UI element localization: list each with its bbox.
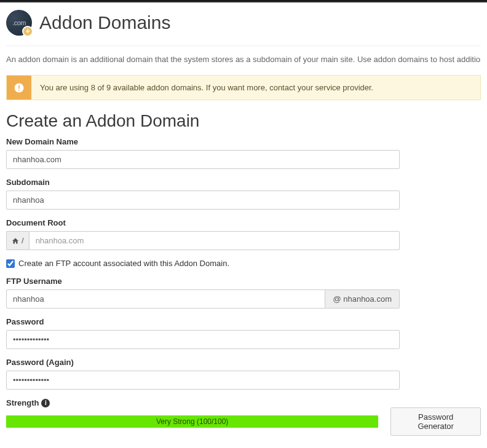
password-input[interactable]: [6, 330, 400, 349]
addon-domains-icon: .com +: [6, 10, 32, 36]
password-generator-button[interactable]: Password Generator: [390, 407, 481, 436]
svg-rect-1: [18, 85, 20, 88]
form-group-document-root: Document Root /: [6, 218, 481, 250]
form-group-password: Password: [6, 317, 481, 349]
form-group-new-domain: New Domain Name: [6, 137, 481, 169]
alert-text: You are using 8 of 9 available addon dom…: [31, 76, 382, 100]
form-group-subdomain: Subdomain: [6, 178, 481, 210]
subdomain-input[interactable]: [6, 191, 400, 210]
password-strength-meter: Very Strong (100/100): [6, 415, 378, 428]
ftp-username-input[interactable]: [6, 289, 325, 308]
label-password: Password: [6, 317, 481, 326]
strength-label-text: Strength: [6, 398, 39, 407]
new-domain-input[interactable]: [6, 150, 400, 169]
section-title: Create an Addon Domain: [6, 111, 481, 131]
info-icon[interactable]: i: [41, 399, 50, 407]
svg-rect-2: [18, 90, 20, 91]
plus-badge-icon: +: [22, 26, 33, 37]
password-again-input[interactable]: [6, 371, 400, 390]
page-header: .com + Addon Domains: [6, 2, 481, 46]
document-root-slash: /: [22, 236, 24, 245]
label-subdomain: Subdomain: [6, 178, 481, 187]
label-password-again: Password (Again): [6, 358, 481, 367]
form-group-password-again: Password (Again): [6, 358, 481, 390]
document-root-prefix: /: [6, 231, 29, 250]
ftp-checkbox-label: Create an FTP account associated with th…: [18, 259, 229, 268]
icon-label: .com: [12, 19, 26, 26]
form-group-strength: Strength i Very Strong (100/100) Passwor…: [6, 398, 481, 436]
document-root-input[interactable]: [29, 231, 400, 250]
home-icon: [12, 237, 19, 245]
ftp-username-suffix: @ nhanhoa.com: [325, 289, 400, 308]
label-document-root: Document Root: [6, 218, 481, 227]
ftp-checkbox-row[interactable]: Create an FTP account associated with th…: [6, 259, 481, 268]
label-ftp-user: FTP Username: [6, 277, 481, 286]
label-strength: Strength i: [6, 398, 481, 407]
page-title: Addon Domains: [39, 12, 170, 33]
form-group-ftp-user: FTP Username @ nhanhoa.com: [6, 277, 481, 308]
ftp-checkbox[interactable]: [6, 259, 15, 268]
label-new-domain: New Domain Name: [6, 137, 481, 146]
page-description: An addon domain is an additional domain …: [6, 46, 481, 75]
usage-alert: You are using 8 of 9 available addon dom…: [6, 75, 481, 100]
alert-icon: [7, 76, 31, 100]
